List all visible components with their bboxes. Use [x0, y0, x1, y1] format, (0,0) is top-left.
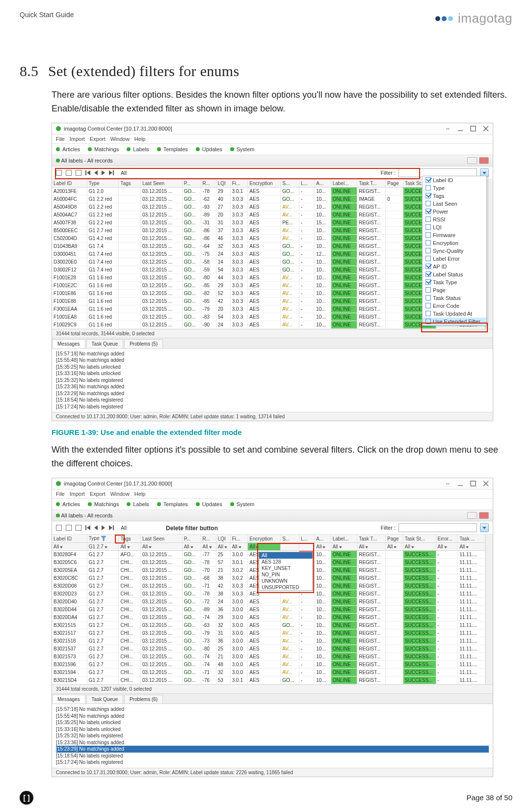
column-filter[interactable]: All: [216, 543, 230, 551]
first-page-icon[interactable]: [85, 525, 90, 530]
col-header[interactable]: R...: [201, 180, 216, 188]
tool-icon[interactable]: [66, 170, 72, 176]
panel-min-icon[interactable]: [467, 157, 477, 164]
column-filter[interactable]: G1 2.7: [87, 543, 119, 551]
col-header[interactable]: Fi...: [230, 535, 248, 543]
col-header[interactable]: Page: [386, 535, 403, 543]
table-row[interactable]: B5000EECG1 2.7 red03.12.2015 ...GO...-86…: [52, 226, 485, 234]
column-filter[interactable]: All: [436, 543, 458, 551]
col-header[interactable]: Tags: [119, 535, 141, 543]
column-filter[interactable]: All: [52, 543, 87, 551]
nav-item[interactable]: Articles: [56, 146, 80, 152]
col-header[interactable]: A...: [315, 180, 331, 188]
checkbox-icon[interactable]: [426, 303, 431, 308]
log-tab[interactable]: Task Queue: [86, 339, 123, 348]
col-header[interactable]: Type: [87, 180, 119, 188]
column-filter[interactable]: All: [315, 543, 331, 551]
table-row[interactable]: A50049D8G1 2.2 red03.12.2015 ...GO...-93…: [52, 203, 485, 211]
col-header[interactable]: Fi...: [230, 180, 248, 188]
column-filter[interactable]: All: [386, 543, 403, 551]
table-row[interactable]: A5007F38G1 2.2 red03.12.2015 ...GO...-31…: [52, 218, 485, 226]
filter-menu-item[interactable]: Last Seen: [423, 200, 486, 208]
column-filter[interactable]: All: [331, 543, 357, 551]
filter-menu-item[interactable]: AP ID: [423, 263, 486, 270]
col-header[interactable]: R...: [201, 535, 216, 543]
dropdown-option[interactable]: UNSUPPORTED: [259, 584, 312, 591]
checkbox-icon[interactable]: [426, 240, 431, 245]
menu-item[interactable]: Export: [90, 136, 106, 142]
menu-item[interactable]: Import: [70, 491, 85, 497]
nav-item[interactable]: System: [230, 146, 255, 152]
minimize-icon[interactable]: [457, 126, 463, 132]
tool-icon[interactable]: [76, 525, 81, 531]
col-header[interactable]: Label...: [331, 535, 357, 543]
table-row[interactable]: B30215D4G1 2.7CHI...03.12.2015 ...GO...-…: [52, 676, 485, 684]
nav-item[interactable]: Articles: [56, 501, 80, 507]
maximize-icon[interactable]: [470, 126, 476, 132]
checkbox-icon[interactable]: [426, 248, 431, 253]
col-header[interactable]: Encryption: [248, 180, 281, 188]
column-filter[interactable]: [299, 543, 315, 551]
first-page-icon[interactable]: [85, 170, 90, 175]
tool-icon[interactable]: [56, 525, 62, 531]
col-header[interactable]: Page: [386, 180, 403, 188]
col-header[interactable]: P...: [182, 535, 201, 543]
column-filter[interactable]: All: [119, 543, 141, 551]
close-icon[interactable]: [483, 126, 489, 132]
tool-icon[interactable]: [76, 170, 81, 176]
tool-icon[interactable]: [56, 170, 62, 176]
dropdown-option[interactable]: NO_PIN: [259, 571, 312, 578]
checkbox-icon[interactable]: [426, 256, 431, 261]
menu-item[interactable]: File: [56, 136, 65, 142]
panel-min-icon[interactable]: [467, 512, 477, 519]
table-row[interactable]: B3021596G1 2.7CHI...03.12.2015 ...GO...-…: [52, 661, 485, 669]
column-filter-menu[interactable]: Label IDTypeTagsLast SeenPowerRSSILQIFir…: [422, 176, 487, 326]
menu-bar[interactable]: FileImportExportWindowHelp: [52, 135, 493, 144]
last-page-icon[interactable]: [109, 170, 114, 175]
checkbox-icon[interactable]: [426, 279, 431, 285]
filter-menu-item[interactable]: Firmware: [423, 231, 486, 239]
log-tab[interactable]: Messages: [52, 339, 85, 348]
filter-dropdown-button[interactable]: [480, 523, 489, 532]
prev-icon[interactable]: [94, 170, 98, 175]
table-row[interactable]: B3021594G1 2.7CHI...03.12.2015 ...GO...-…: [52, 669, 485, 676]
dropdown-option[interactable]: KEY_UNSET: [259, 565, 312, 571]
filter-menu-item[interactable]: LQI: [423, 223, 486, 231]
checkbox-icon[interactable]: [426, 201, 431, 206]
table-row[interactable]: D1043BA9G1 7.403.12.2015 ...GO...-64323.…: [52, 242, 485, 250]
table-row[interactable]: F1001E88G1 1.6 red03.12.2015 ...GO...-85…: [52, 297, 485, 305]
filter-menu-item[interactable]: Label ID: [423, 176, 486, 184]
col-header[interactable]: A...: [315, 535, 331, 543]
menu-bar[interactable]: FileImportExportWindowHelp: [52, 489, 493, 499]
col-header[interactable]: S...: [281, 180, 299, 188]
col-header[interactable]: Task ...: [458, 535, 485, 543]
checkbox-icon[interactable]: [426, 224, 431, 230]
col-header[interactable]: Tags: [119, 180, 141, 188]
table-row[interactable]: F3001EAAG1 1.6 red03.12.2015 ...GO...-79…: [52, 305, 485, 313]
table-row[interactable]: A50004FCG1 2.2 red03.12.2015 ...GO...-62…: [52, 195, 485, 203]
filter-menu-item[interactable]: Tags: [423, 192, 486, 200]
column-filter[interactable]: All: [201, 543, 216, 551]
nav-item[interactable]: Updates: [196, 146, 222, 152]
scrollbar-y[interactable]: [485, 535, 493, 684]
menu-item[interactable]: File: [56, 491, 65, 497]
nav-item[interactable]: Matchings: [88, 146, 119, 152]
table-row[interactable]: D3002F12G1 7.4 red03.12.2015 ...GO...-59…: [52, 266, 485, 273]
log-tab[interactable]: Problems (5): [124, 339, 163, 348]
nav-item[interactable]: Labels: [127, 501, 149, 507]
minimize-icon[interactable]: [457, 481, 463, 487]
checkbox-icon[interactable]: [426, 287, 431, 293]
filter-menu-item[interactable]: Task Updated At: [423, 310, 486, 318]
log-tab[interactable]: Problems (6): [124, 695, 163, 703]
log-tab[interactable]: Task Queue: [86, 695, 123, 703]
last-page-icon[interactable]: [109, 525, 114, 530]
restore-arrows-icon[interactable]: ↔: [445, 481, 451, 487]
funnel-icon[interactable]: [101, 536, 106, 541]
panel-close-icon[interactable]: [479, 512, 489, 519]
column-filter[interactable]: [281, 543, 299, 551]
filter-menu-item[interactable]: Type: [423, 184, 486, 192]
checkbox-icon[interactable]: [426, 216, 431, 222]
next-icon[interactable]: [102, 525, 105, 530]
checkbox-icon[interactable]: [426, 311, 431, 316]
col-header[interactable]: LQI: [216, 180, 230, 188]
